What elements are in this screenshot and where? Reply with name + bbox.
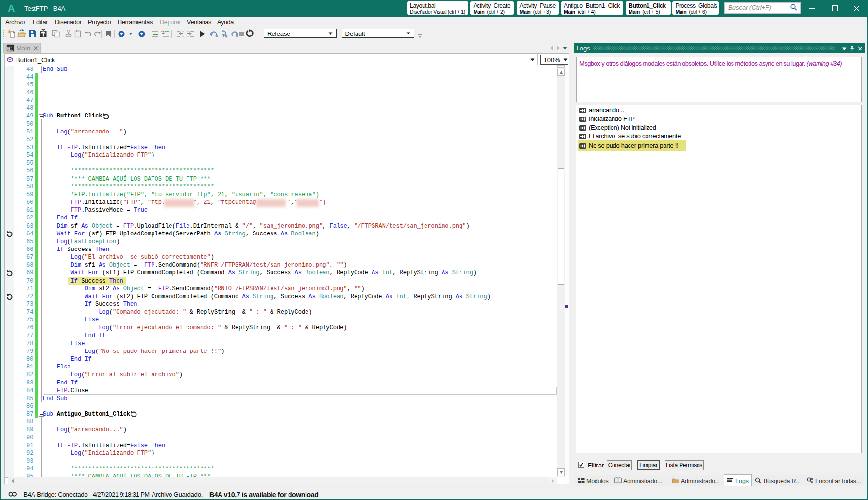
svg-text:'2: '2 (161, 30, 165, 35)
